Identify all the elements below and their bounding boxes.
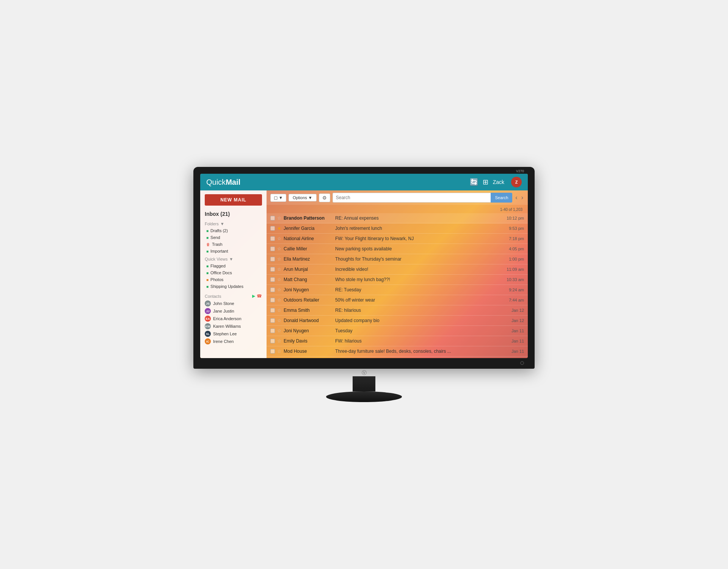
email-subject: New parking spots available — [335, 246, 501, 251]
email-row[interactable]: ☆ Joseph White One more thing: Dinner th… — [267, 357, 528, 358]
video-call-icon[interactable]: ▶ — [252, 294, 255, 299]
pagination-label: 1-40 of 1,203 — [500, 207, 524, 212]
email-time: 11:09 am — [503, 267, 524, 272]
contact-karen-williams[interactable]: KW Karen Williams — [200, 322, 267, 330]
star-icon[interactable]: ☆ — [277, 328, 281, 333]
folder-icon: ■ — [206, 284, 209, 289]
email-subject: RE: Tuesday — [335, 287, 501, 292]
refresh-icon[interactable]: 🔄 — [470, 178, 478, 186]
email-row[interactable]: ☆ Callie Miller New parking spots availa… — [267, 244, 528, 254]
email-row[interactable]: ☆ Emma Smith RE: hilarious Jan 12 — [267, 305, 528, 316]
email-row[interactable]: ☆ Ella Martinez Thoughts for Thursday's … — [267, 254, 528, 264]
next-page-button[interactable]: › — [521, 194, 524, 201]
email-row[interactable]: ☆ Donald Hartwood Updated company bio Ja… — [267, 316, 528, 326]
app-logo: QuickMail — [206, 178, 240, 187]
email-checkbox[interactable] — [270, 257, 275, 261]
email-row[interactable]: ☆ Joni Nyugen RE: Tuesday 9:24 am — [267, 285, 528, 295]
email-checkbox[interactable] — [270, 226, 275, 231]
email-subject: Who stole my lunch bag??! — [335, 277, 501, 282]
contact-irene-chen[interactable]: IC Irene Chen — [200, 338, 267, 345]
folder-icon: ■ — [206, 271, 209, 275]
email-checkbox[interactable] — [270, 339, 275, 343]
sidebar-item-drafts[interactable]: ■ Drafts (2) — [200, 227, 267, 234]
email-checkbox[interactable] — [270, 236, 275, 241]
contacts-icons: ▶ ☎ — [252, 294, 262, 299]
email-checkbox[interactable] — [270, 288, 275, 292]
settings-button[interactable]: ⚙ — [319, 193, 330, 202]
email-row[interactable]: ☆ Joni Nyugen Tuesday Jan 11 — [267, 326, 528, 336]
email-row[interactable]: ☆ Matt Chang Who stole my lunch bag??! 1… — [267, 275, 528, 285]
email-sender: Jennifer Garcia — [284, 226, 333, 231]
folder-icon: ■ — [206, 278, 209, 282]
options-button[interactable]: Options ▼ — [289, 194, 317, 201]
email-row[interactable]: ☆ Brandon Patterson RE: Annual expenses … — [267, 213, 528, 223]
email-checkbox[interactable] — [270, 247, 275, 251]
sidebar-item-shipping[interactable]: ■ Shipping Updates — [200, 283, 267, 290]
email-subject: John's retirement lunch — [335, 226, 501, 231]
sidebar-item-flagged[interactable]: ■ Flagged — [200, 262, 267, 269]
email-row[interactable]: ☆ National Airline FW: Your Flight Itine… — [267, 234, 528, 244]
sidebar-item-photos[interactable]: ■ Photos — [200, 276, 267, 283]
inbox-title: Inbox (21) — [200, 209, 267, 219]
email-sender: Donald Hartwood — [284, 318, 333, 323]
star-icon[interactable]: ☆ — [277, 287, 281, 292]
star-icon[interactable]: ☆ — [277, 338, 281, 344]
contact-stephen-lee[interactable]: SL Stephen Lee — [200, 330, 267, 338]
power-button[interactable]: ◯ — [520, 361, 524, 365]
email-time: Jan 12 — [503, 318, 524, 323]
email-checkbox[interactable] — [270, 349, 275, 354]
email-row[interactable]: ☆ Arun Munjal Incredible video! 11:09 am — [267, 264, 528, 275]
star-icon[interactable]: ☆ — [277, 267, 281, 272]
star-icon[interactable]: ☆ — [277, 277, 281, 282]
sidebar-item-trash[interactable]: 🗑 Trash — [200, 241, 267, 248]
contacts-header: Contacts ▶ ☎ — [200, 292, 267, 300]
star-icon[interactable]: ☆ — [277, 349, 281, 354]
avatar[interactable]: Z — [511, 177, 522, 187]
star-icon[interactable]: ☆ — [277, 236, 281, 241]
main-content: NEW MAIL Inbox (21) Folders ▼ ■ Drafts (… — [200, 190, 528, 358]
new-mail-button[interactable]: NEW MAIL — [205, 194, 262, 206]
star-icon[interactable]: ☆ — [277, 246, 281, 251]
email-checkbox[interactable] — [270, 267, 275, 272]
star-icon[interactable]: ☆ — [277, 215, 281, 221]
email-sender: Joni Nyugen — [284, 287, 333, 292]
logo-light: Quick — [206, 178, 226, 186]
star-icon[interactable]: ☆ — [277, 308, 281, 313]
email-checkbox[interactable] — [270, 216, 275, 220]
email-checkbox[interactable] — [270, 298, 275, 302]
sidebar-item-important[interactable]: ■ Important — [200, 248, 267, 255]
prev-page-button[interactable]: ‹ — [515, 194, 518, 201]
email-row[interactable]: ☆ Outdoors Retailer 50% off winter wear … — [267, 295, 528, 305]
star-icon[interactable]: ★ — [277, 226, 281, 231]
contact-jane-justin[interactable]: JJ Jane Justin — [200, 307, 267, 315]
email-checkbox[interactable] — [270, 329, 275, 333]
email-sender: Arun Munjal — [284, 267, 333, 272]
sidebar-item-send[interactable]: ■ Send — [200, 234, 267, 241]
contact-erica-anderson[interactable]: EA Erica Anderson — [200, 315, 267, 322]
star-icon[interactable]: ☆ — [277, 256, 281, 262]
email-time: 7:44 am — [503, 298, 524, 302]
email-row[interactable]: ☆ Emily Davis FW: hilarious Jan 11 — [267, 336, 528, 346]
email-row[interactable]: ☆ Mod House Three-day furniture sale! Be… — [267, 346, 528, 357]
contact-john-stone[interactable]: JS John Stone — [200, 300, 267, 307]
star-icon[interactable]: ☆ — [277, 318, 281, 323]
email-sender: Emma Smith — [284, 308, 333, 313]
search-button[interactable]: Search — [491, 193, 512, 203]
email-subject: RE: hilarious — [335, 308, 501, 313]
email-row[interactable]: ★ Jennifer Garcia John's retirement lunc… — [267, 223, 528, 234]
search-input[interactable] — [333, 193, 491, 203]
monitor-model: V270 — [516, 169, 524, 173]
email-checkbox[interactable] — [270, 277, 275, 282]
email-sender: Ella Martinez — [284, 256, 333, 262]
grid-icon[interactable]: ⊞ — [483, 178, 488, 186]
sidebar-item-office-docs[interactable]: ■ Office Docs — [200, 269, 267, 276]
select-checkbox-button[interactable]: ▢ ▼ — [270, 194, 286, 202]
monitor: V270 QuickMail 🔄 ⊞ Zack Z NEW MAI — [193, 167, 535, 402]
email-checkbox[interactable] — [270, 318, 275, 323]
email-checkbox[interactable] — [270, 308, 275, 313]
contact-avatar: KW — [205, 323, 211, 329]
star-icon[interactable]: ☆ — [277, 297, 281, 303]
phone-icon[interactable]: ☎ — [257, 294, 262, 299]
trash-icon: 🗑 — [206, 242, 210, 247]
email-subject: Three-day furniture sale! Beds, desks, c… — [335, 349, 501, 354]
